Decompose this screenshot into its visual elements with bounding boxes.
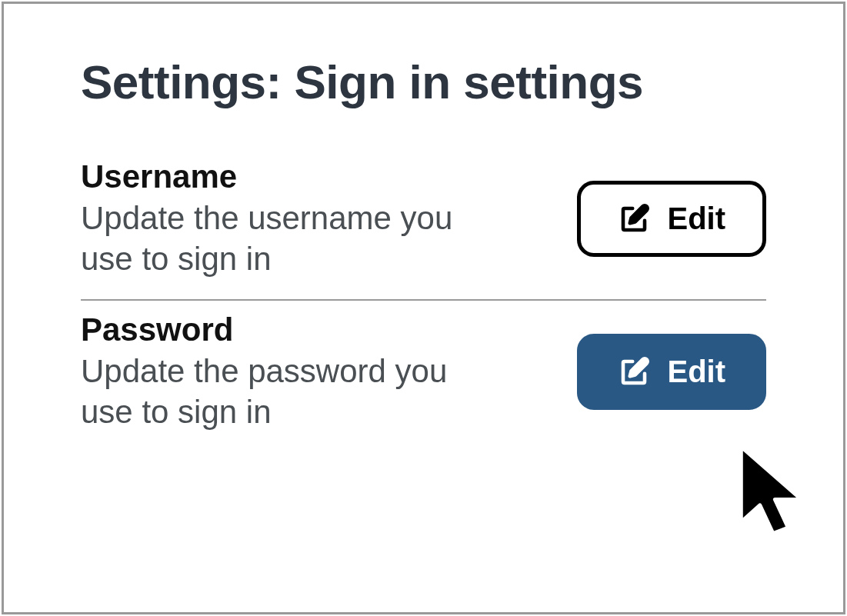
edit-username-button[interactable]: Edit: [577, 181, 766, 257]
edit-icon: [618, 356, 650, 388]
page-title: Settings: Sign in settings: [81, 55, 766, 109]
settings-panel: Settings: Sign in settings Username Upda…: [2, 2, 845, 614]
setting-description-password: Update the password you use to sign in: [81, 351, 481, 432]
edit-password-button[interactable]: Edit: [577, 334, 766, 410]
setting-row-username: Username Update the username you use to …: [81, 148, 766, 299]
edit-button-label: Edit: [667, 201, 725, 236]
setting-description-username: Update the username you use to sign in: [81, 198, 481, 279]
setting-text: Password Update the password you use to …: [81, 311, 577, 432]
setting-name-password: Password: [81, 311, 546, 348]
edit-icon: [618, 203, 650, 235]
setting-row-password: Password Update the password you use to …: [81, 301, 766, 452]
setting-name-username: Username: [81, 158, 546, 195]
setting-text: Username Update the username you use to …: [81, 158, 577, 279]
edit-button-label: Edit: [667, 355, 725, 389]
